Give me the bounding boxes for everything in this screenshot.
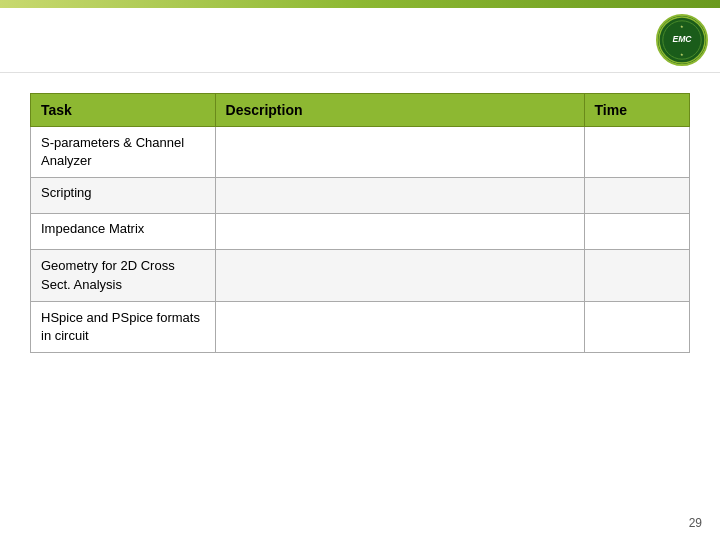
task-cell-0: S-parameters & Channel Analyzer — [31, 127, 216, 178]
table-row: S-parameters & Channel Analyzer — [31, 127, 690, 178]
description-cell-0 — [215, 127, 584, 178]
task-cell-2: Impedance Matrix — [31, 214, 216, 250]
time-cell-2 — [584, 214, 689, 250]
header-task: Task — [31, 94, 216, 127]
time-cell-3 — [584, 250, 689, 301]
header-time: Time — [584, 94, 689, 127]
table-row: HSpice and PSpice formats in circuit — [31, 301, 690, 352]
description-cell-1 — [215, 178, 584, 214]
time-cell-0 — [584, 127, 689, 178]
time-cell-4 — [584, 301, 689, 352]
page-number: 29 — [689, 516, 702, 530]
description-cell-3 — [215, 250, 584, 301]
task-table: Task Description Time S-parameters & Cha… — [30, 93, 690, 353]
header-description: Description — [215, 94, 584, 127]
top-bar — [0, 0, 720, 8]
description-cell-4 — [215, 301, 584, 352]
table-row: Impedance Matrix — [31, 214, 690, 250]
description-cell-2 — [215, 214, 584, 250]
table-header-row: Task Description Time — [31, 94, 690, 127]
table-row: Geometry for 2D Cross Sect. Analysis — [31, 250, 690, 301]
table-row: Scripting — [31, 178, 690, 214]
emc-logo: EMC ★ ★ — [656, 14, 708, 66]
svg-text:★: ★ — [680, 53, 684, 57]
task-cell-1: Scripting — [31, 178, 216, 214]
task-cell-4: HSpice and PSpice formats in circuit — [31, 301, 216, 352]
task-cell-3: Geometry for 2D Cross Sect. Analysis — [31, 250, 216, 301]
header: EMC ★ ★ — [0, 8, 720, 73]
svg-text:★: ★ — [680, 25, 684, 29]
svg-text:EMC: EMC — [672, 34, 692, 44]
main-content: Task Description Time S-parameters & Cha… — [0, 73, 720, 363]
time-cell-1 — [584, 178, 689, 214]
